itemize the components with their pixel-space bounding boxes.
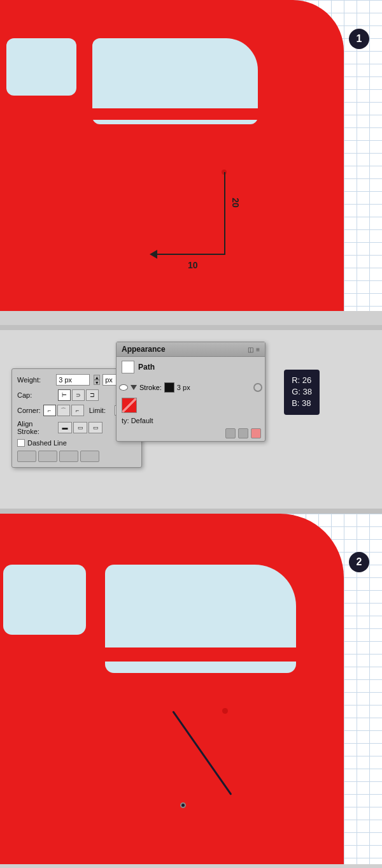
cap-buttons: ⊢ ⊃ ⊐	[58, 389, 99, 401]
middle-section: Weight: 3 px ▲ ▼ px ▼ Cap: ⊢ ⊃ ⊐ Corner:	[0, 330, 382, 509]
align-buttons: ▬ ▭ ▭	[58, 422, 103, 433]
dash-pattern-btn-3[interactable]	[59, 451, 78, 462]
line-endpoint-bottom	[180, 802, 186, 808]
panel-delete-icon[interactable]	[251, 428, 261, 438]
visibility-icon[interactable]	[119, 384, 128, 391]
red-fill-swatch[interactable]	[122, 398, 137, 413]
corner-bevel-button[interactable]: ⌐	[71, 405, 84, 416]
opacity-row: ty: Default	[117, 416, 265, 426]
measure-arrow-left	[150, 250, 157, 259]
limit-label: Limit:	[89, 407, 112, 414]
panel-resize-icon[interactable]: ◫	[248, 346, 253, 353]
appearance-panel: Appearance ◫ ≡ Path Stroke: 3 px	[116, 342, 265, 442]
section-1: 20 10 1	[0, 0, 382, 325]
path-row: Path	[117, 357, 265, 377]
panel-menu-icon[interactable]: ≡	[256, 346, 260, 353]
line-endpoint-top	[222, 708, 228, 714]
color-b: B: 38	[292, 398, 312, 409]
panel-bottom	[117, 426, 265, 441]
dashed-label: Dashed Line	[27, 439, 67, 447]
align-center-button[interactable]: ▬	[58, 422, 72, 433]
expand-icon[interactable]	[131, 385, 137, 390]
weight-input[interactable]: 3 px	[56, 374, 90, 386]
color-r: R: 26	[292, 375, 312, 386]
panel-controls: ◫ ≡	[248, 346, 260, 353]
cap-square-button[interactable]: ⊐	[86, 389, 99, 401]
corner-miter-button[interactable]: ⌐	[43, 405, 56, 416]
stroke-row: Stroke: 3 px	[117, 380, 265, 395]
appearance-titlebar: Appearance ◫ ≡	[117, 342, 265, 357]
divider-2	[0, 509, 382, 514]
dash-pattern-btn-1[interactable]	[17, 451, 36, 462]
cap-label: Cap:	[17, 391, 55, 399]
align-label: Align Stroke:	[17, 420, 55, 435]
window-left-1	[6, 38, 76, 96]
opacity-label: ty: Default	[122, 417, 153, 424]
dashed-checkbox[interactable]	[17, 439, 25, 447]
cap-round-button[interactable]: ⊃	[72, 389, 85, 401]
red-bar-2	[0, 647, 344, 662]
panel-action-icon-1[interactable]	[225, 428, 236, 438]
align-outside-button[interactable]: ▭	[88, 422, 103, 433]
measure-label-width: 10	[188, 260, 198, 270]
color-g: G: 38	[292, 386, 312, 398]
step-badge-1: 1	[349, 29, 369, 49]
section-2: 2	[0, 514, 382, 868]
weight-label: Weight:	[17, 376, 53, 384]
path-label: Path	[138, 363, 155, 372]
divider-1	[0, 325, 382, 330]
stroke-color-swatch[interactable]	[164, 382, 174, 393]
red-bar-1	[0, 108, 344, 120]
white-strip-1	[0, 311, 382, 325]
cap-butt-button[interactable]: ⊢	[58, 389, 71, 401]
measure-label-height: 20	[230, 198, 241, 208]
step-badge-2: 2	[349, 552, 369, 572]
corner-buttons: ⌐ ⌒ ⌐	[43, 405, 84, 416]
panel-action-icon-2[interactable]	[238, 428, 248, 438]
stroke-value-text: 3 px	[177, 384, 190, 391]
weight-down[interactable]: ▼	[94, 380, 100, 385]
weight-up[interactable]: ▲	[94, 375, 100, 380]
measure-line-vertical	[224, 172, 225, 255]
color-tooltip: R: 26 G: 38 B: 38	[284, 370, 320, 415]
window-left-2	[3, 565, 86, 635]
appearance-title: Appearance	[122, 345, 166, 354]
target-icon[interactable]	[253, 383, 262, 392]
dash-pattern-btn-2[interactable]	[38, 451, 57, 462]
red-swatch-row	[117, 395, 265, 416]
stroke-text-label: Stroke:	[139, 384, 162, 391]
measure-line-horizontal	[154, 254, 225, 255]
dash-pattern-btn-4[interactable]	[80, 451, 99, 462]
white-strip-2	[0, 864, 382, 868]
align-inside-button[interactable]: ▭	[73, 422, 87, 433]
corner-round-button[interactable]: ⌒	[57, 405, 70, 416]
path-icon	[122, 361, 134, 373]
corner-label: Corner:	[17, 407, 41, 414]
